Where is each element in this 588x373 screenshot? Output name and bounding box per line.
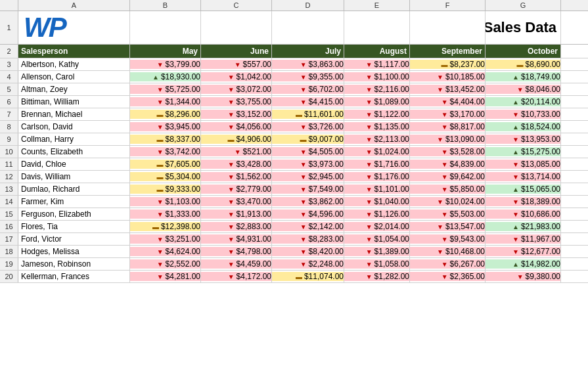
- cell-sep: ▼ $5,850.00: [410, 183, 486, 195]
- cell-name: Ford, Victor: [18, 233, 130, 245]
- cell-oct: ▼ $13,085.00: [486, 158, 561, 170]
- cell-aug: ▼ $2,014.00: [344, 221, 410, 232]
- cell-june: ▼ $2,883.00: [201, 221, 272, 232]
- col-header-e: E: [344, 0, 410, 11]
- row-num-20: 20: [0, 271, 18, 282]
- cell-name: Flores, Tia: [18, 221, 130, 232]
- cell-may: ▬ $9,333.00: [130, 183, 201, 195]
- cell-sep: ▼ $6,267.00: [410, 258, 486, 270]
- table-row: 17 Ford, Victor ▼ $3,251.00 ▼ $4,931.00 …: [0, 233, 588, 246]
- cell-sep: ▼ $4,404.00: [410, 96, 486, 108]
- cell-name: Carlson, David: [18, 121, 130, 133]
- cell-june: ▼ $4,798.00: [201, 246, 272, 257]
- cell-june: ▼ $2,779.00: [201, 183, 272, 195]
- cell-name: Bittiman, William: [18, 96, 130, 108]
- table-row: 8 Carlson, David ▼ $3,945.00 ▼ $4,056.00…: [0, 121, 588, 133]
- cell-july: ▼ $2,945.00: [272, 171, 344, 183]
- table-row: 18 Hodges, Melissa ▼ $4,624.00 ▼ $4,798.…: [0, 246, 588, 258]
- cell-june: ▼ $4,931.00: [201, 233, 272, 245]
- cell-oct: ▼ $11,967.00: [486, 233, 561, 245]
- cell-name: Collman, Harry: [18, 133, 130, 145]
- cell-name: Albertson, Kathy: [18, 58, 130, 70]
- spreadsheet: A B C D E F G 1 WP P Westbrook Parker Sa…: [0, 0, 588, 283]
- cell-june: ▬ $4,906.00: [201, 133, 272, 145]
- cell-july: ▼ $4,596.00: [272, 208, 344, 220]
- cell-sep: ▼ $5,503.00: [410, 208, 486, 220]
- table-row: 6 Bittiman, William ▼ $1,344.00 ▼ $3,755…: [0, 96, 588, 108]
- cell-sep: ▼ $10,468.00: [410, 246, 486, 257]
- cell-aug: ▼ $2,116.00: [344, 83, 410, 95]
- row-num-13: 13: [0, 183, 18, 195]
- row-num-18: 18: [0, 246, 18, 257]
- table-row: 3 Albertson, Kathy ▼ $3,799.00 ▼ $557.00…: [0, 58, 588, 71]
- cell-may: ▼ $3,945.00: [130, 121, 201, 133]
- row-num-10: 10: [0, 146, 18, 158]
- cell-may: ▬ $7,605.00: [130, 158, 201, 170]
- cell-oct: ▼ $10,733.00: [486, 108, 561, 120]
- label-july: July: [272, 45, 344, 58]
- col-header-d: D: [272, 0, 344, 11]
- cell-june: ▼ $1,042.00: [201, 71, 272, 83]
- label-august: August: [344, 45, 410, 58]
- cell-june: ▼ $4,459.00: [201, 258, 272, 270]
- row-num-17: 17: [0, 233, 18, 245]
- col-header-row: [0, 0, 18, 11]
- cell-sep: ▼ $3,170.00: [410, 108, 486, 120]
- row-num-3: 3: [0, 58, 18, 70]
- cell-aug: ▼ $1,101.00: [344, 183, 410, 195]
- cell-oct: ▲ $21,983.00: [486, 221, 561, 232]
- col-header-a: A: [18, 0, 130, 11]
- cell-sep: ▼ $4,839.00: [410, 158, 486, 170]
- cell-sep: ▼ $10,185.00: [410, 71, 486, 83]
- table-row: 20 Kellerman, Frances ▼ $4,281.00 ▼ $4,1…: [0, 271, 588, 283]
- table-row: 14 Farmer, Kim ▼ $1,103.00 ▼ $3,470.00 ▼…: [0, 196, 588, 208]
- cell-june: ▼ $3,755.00: [201, 96, 272, 108]
- row-1: 1 WP P Westbrook Parker Sales Data: [0, 11, 588, 45]
- cell-june: ▼ $4,172.00: [201, 271, 272, 282]
- row-num-19: 19: [0, 258, 18, 270]
- cell-sep: ▼ $9,642.00: [410, 171, 486, 183]
- table-row: 13 Dumlao, Richard ▬ $9,333.00 ▼ $2,779.…: [0, 183, 588, 196]
- cell-name: Farmer, Kim: [18, 196, 130, 208]
- cell-may: ▬ $8,337.00: [130, 133, 201, 145]
- col-header-c: C: [201, 0, 272, 11]
- cell-july: ▼ $3,973.00: [272, 158, 344, 170]
- cell-aug: ▼ $1,100.00: [344, 71, 410, 83]
- cell-may: ▬ $5,304.00: [130, 171, 201, 183]
- cell-july: ▬ $9,007.00: [272, 133, 344, 145]
- table-row: 7 Brennan, Michael ▬ $8,296.00 ▼ $3,152.…: [0, 108, 588, 121]
- cell-sep: ▼ $9,543.00: [410, 233, 486, 245]
- cell-aug: ▼ $1,089.00: [344, 96, 410, 108]
- cell-name: Jameson, Robinson: [18, 258, 130, 270]
- logo-cell: WP P: [18, 11, 130, 44]
- table-row: 4 Allenson, Carol ▲ $18,930.00 ▼ $1,042.…: [0, 71, 588, 83]
- cell-name: Counts, Elizabeth: [18, 146, 130, 158]
- cell-july: ▼ $2,142.00: [272, 221, 344, 232]
- row-num-5: 5: [0, 83, 18, 95]
- cell-july: ▼ $6,702.00: [272, 83, 344, 95]
- cell-sep: ▬ $8,237.00: [410, 58, 486, 70]
- row-num-11: 11: [0, 158, 18, 170]
- cell-name: Ferguson, Elizabeth: [18, 208, 130, 220]
- cell-sep: ▼ $13,452.00: [410, 83, 486, 95]
- row-2-headers: 2 Salesperson May June July August Septe…: [0, 45, 588, 58]
- cell-may: ▼ $3,251.00: [130, 233, 201, 245]
- cell-may: ▼ $5,725.00: [130, 83, 201, 95]
- cell-aug: ▼ $1,716.00: [344, 158, 410, 170]
- cell-aug: ▼ $1,054.00: [344, 233, 410, 245]
- table-row: 12 Davis, William ▬ $5,304.00 ▼ $1,562.0…: [0, 171, 588, 183]
- cell-oct: ▲ $20,114.00: [486, 96, 561, 108]
- cell-sep: ▼ $13,547.00: [410, 221, 486, 232]
- cell-aug: ▼ $1,040.00: [344, 196, 410, 208]
- cell-oct: ▬ $8,690.00: [486, 58, 561, 70]
- label-salesperson: Salesperson: [18, 45, 130, 58]
- cell-oct: ▼ $18,389.00: [486, 196, 561, 208]
- cell-oct: ▼ $13,714.00: [486, 171, 561, 183]
- cell-oct: ▼ $13,953.00: [486, 133, 561, 145]
- row-num-9: 9: [0, 133, 18, 145]
- cell-may: ▼ $4,624.00: [130, 246, 201, 257]
- cell-aug: ▼ $1,058.00: [344, 258, 410, 270]
- cell-name: Altman, Zoey: [18, 83, 130, 95]
- row-num-8: 8: [0, 121, 18, 133]
- cell-july: ▼ $8,283.00: [272, 233, 344, 245]
